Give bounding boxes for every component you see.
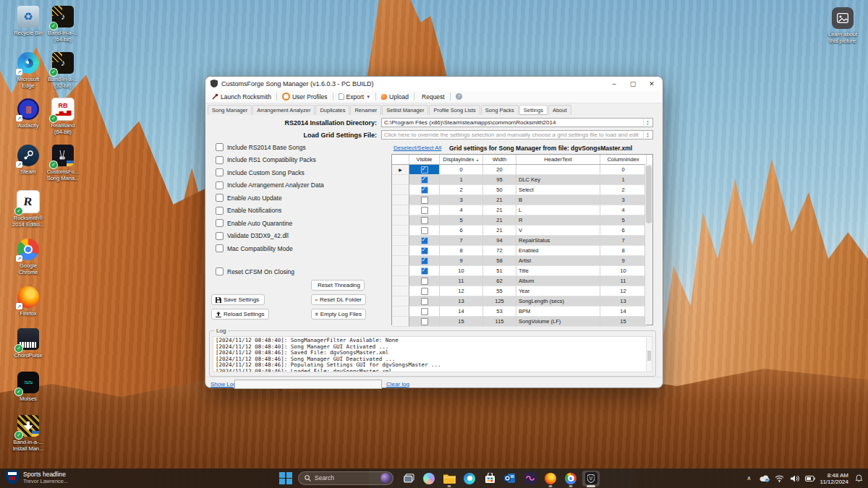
cell-width[interactable]: 125 bbox=[483, 296, 516, 307]
cell-visible[interactable] bbox=[409, 246, 440, 256]
empty-log-files-button[interactable]: Empty Log Files bbox=[311, 309, 366, 320]
cell-width[interactable]: 20 bbox=[483, 165, 516, 175]
checkbox-icon[interactable] bbox=[216, 267, 224, 275]
load-grid-input[interactable]: Click here to override the settings sele… bbox=[381, 130, 653, 140]
visible-checkbox-icon[interactable] bbox=[421, 166, 428, 174]
cell-headertext[interactable]: SongLength (secs) bbox=[516, 296, 600, 307]
visible-checkbox-icon[interactable] bbox=[421, 187, 428, 194]
cell-displayindex[interactable]: 14 bbox=[440, 307, 483, 317]
row-header[interactable] bbox=[392, 296, 409, 307]
cell-visible[interactable] bbox=[409, 195, 440, 205]
checkbox-include-arrangement-analyzer-data[interactable]: Include Arrangement Analyzer Data bbox=[216, 181, 324, 189]
table-row[interactable]: 958Artist9 bbox=[392, 256, 652, 266]
cell-headertext[interactable]: L bbox=[516, 205, 600, 215]
checkbox-icon[interactable] bbox=[216, 232, 224, 240]
cell-columnindex[interactable]: 11 bbox=[600, 276, 647, 286]
save-settings-button[interactable]: Save Settings bbox=[211, 294, 265, 305]
cell-columnindex[interactable]: 14 bbox=[600, 307, 647, 317]
row-header[interactable] bbox=[392, 215, 409, 226]
cell-headertext[interactable]: Year bbox=[516, 286, 600, 296]
taskbar-cfsm-icon[interactable] bbox=[582, 471, 600, 487]
visible-checkbox-icon[interactable] bbox=[421, 207, 428, 214]
cell-headertext[interactable]: DLC Key bbox=[516, 175, 600, 185]
cell-width[interactable]: 72 bbox=[483, 246, 516, 256]
cell-columnindex[interactable]: 2 bbox=[600, 185, 647, 195]
cell-columnindex[interactable]: 12 bbox=[600, 286, 647, 296]
column-header-width[interactable]: Width bbox=[483, 155, 516, 164]
cell-width[interactable]: 53 bbox=[483, 307, 516, 317]
visible-checkbox-icon[interactable] bbox=[421, 197, 428, 204]
cell-visible[interactable] bbox=[409, 307, 440, 317]
search-box[interactable]: Search bbox=[298, 471, 393, 485]
cell-visible[interactable] bbox=[409, 317, 440, 327]
desktop-icon-firefox[interactable]: ↗Firefox bbox=[7, 285, 49, 317]
reset-cfsm-checkbox[interactable]: Reset CFSM On Closing bbox=[216, 267, 294, 275]
cell-width[interactable]: 94 bbox=[483, 236, 516, 246]
cell-width[interactable]: 21 bbox=[483, 215, 516, 226]
tab-settings[interactable]: Settings bbox=[519, 105, 548, 115]
desktop-icon-rocksmith-2014[interactable]: R✓Rocksmith®2014 Editio... bbox=[7, 189, 49, 228]
battery-icon[interactable] bbox=[805, 474, 815, 484]
visible-checkbox-icon[interactable] bbox=[421, 298, 428, 305]
cell-columnindex[interactable]: 4 bbox=[600, 205, 647, 215]
cell-headertext[interactable]: Enabled bbox=[516, 246, 600, 256]
spinner-icon[interactable]: ▲▼ bbox=[643, 131, 652, 139]
table-row[interactable]: 321B3 bbox=[392, 195, 652, 205]
row-header[interactable] bbox=[392, 266, 409, 276]
cell-displayindex[interactable]: 11 bbox=[440, 276, 483, 286]
table-row[interactable]: 1162Album11 bbox=[392, 276, 652, 286]
checkbox-include-rs1-compatibility-packs[interactable]: Include RS1 Compatibility Packs bbox=[216, 156, 316, 164]
wifi-icon[interactable] bbox=[775, 474, 785, 484]
table-row[interactable]: 521R5 bbox=[392, 215, 652, 226]
cell-visible[interactable] bbox=[409, 236, 440, 246]
tab-about[interactable]: About bbox=[548, 105, 571, 115]
scrollbar-thumb[interactable] bbox=[646, 166, 652, 223]
checkbox-icon[interactable] bbox=[216, 244, 224, 252]
cell-width[interactable]: 21 bbox=[483, 226, 516, 236]
column-header-headertext[interactable]: HeaderText bbox=[516, 155, 600, 164]
onedrive-cloud-icon[interactable] bbox=[760, 474, 770, 484]
taskbar-meta-quest-icon[interactable] bbox=[522, 471, 539, 487]
toolbar-upload-button[interactable]: Upload bbox=[378, 93, 412, 101]
cell-columnindex[interactable]: 3 bbox=[600, 195, 647, 205]
row-header[interactable] bbox=[392, 226, 409, 236]
row-header[interactable] bbox=[392, 307, 409, 317]
install-dir-input[interactable]: C:\Program Files (x86)\Steam\steamapps\c… bbox=[381, 118, 653, 127]
table-row[interactable]: 794RepairStatus7 bbox=[392, 236, 652, 246]
row-header[interactable] bbox=[392, 185, 409, 195]
visible-checkbox-icon[interactable] bbox=[421, 227, 428, 234]
volume-icon[interactable] bbox=[790, 474, 800, 484]
cell-headertext[interactable]: V bbox=[516, 226, 600, 236]
cell-visible[interactable] bbox=[409, 205, 440, 215]
visible-checkbox-icon[interactable] bbox=[421, 257, 428, 265]
cell-visible[interactable] bbox=[409, 266, 440, 276]
cell-visible[interactable] bbox=[409, 215, 440, 226]
checkbox-icon[interactable] bbox=[216, 168, 224, 176]
cell-width[interactable]: 115 bbox=[483, 317, 516, 327]
table-row[interactable]: 195DLC Key1 bbox=[392, 175, 652, 185]
row-header[interactable] bbox=[392, 317, 409, 327]
title-bar[interactable]: CustomsForge Song Manager (v1.6.0.3 - PC… bbox=[205, 77, 663, 90]
cell-visible[interactable] bbox=[409, 276, 440, 286]
taskbar-store-icon[interactable] bbox=[481, 471, 498, 487]
taskbar-edge-icon[interactable] bbox=[461, 471, 478, 487]
start-button[interactable] bbox=[277, 471, 294, 487]
cell-width[interactable]: 50 bbox=[483, 185, 516, 195]
checkbox-icon[interactable] bbox=[216, 143, 224, 151]
cell-headertext[interactable]: B bbox=[516, 195, 600, 205]
reset-dl-folder-button[interactable]: Reset DL Folder bbox=[311, 294, 366, 305]
table-row[interactable]: 15115SongVolume (LF)15 bbox=[392, 317, 652, 327]
taskbar-file-explorer-icon[interactable] bbox=[441, 471, 458, 487]
table-row[interactable]: 872Enabled8 bbox=[392, 246, 652, 256]
cell-columnindex[interactable]: 5 bbox=[600, 215, 647, 226]
cell-headertext[interactable]: Artist bbox=[516, 256, 600, 266]
checkbox-icon[interactable] bbox=[216, 207, 224, 215]
checkbox-icon[interactable] bbox=[216, 181, 224, 189]
cell-displayindex[interactable]: 6 bbox=[440, 226, 483, 236]
checkbox-include-rs2014-base-songs[interactable]: Include RS2014 Base Songs bbox=[216, 143, 306, 151]
cell-width[interactable]: 58 bbox=[483, 256, 516, 266]
table-scrollbar[interactable] bbox=[644, 164, 652, 325]
cell-displayindex[interactable]: 9 bbox=[440, 256, 483, 266]
taskbar-outlook-icon[interactable] bbox=[501, 471, 519, 487]
toolbar-launch-rocksmith-button[interactable]: Launch Rocksmith bbox=[209, 93, 274, 101]
